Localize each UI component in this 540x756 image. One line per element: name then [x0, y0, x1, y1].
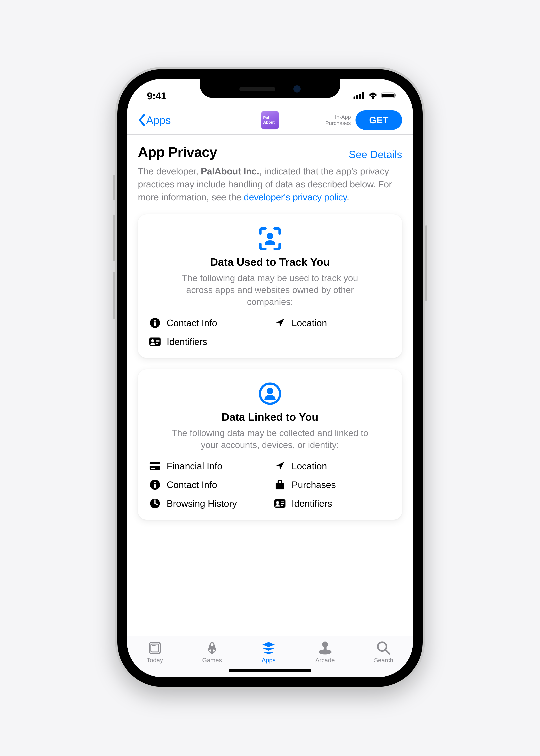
- status-time: 9:41: [147, 90, 166, 102]
- nav-bar: Apps Pal About In-App Purchases GET: [127, 106, 413, 135]
- svg-rect-27: [281, 501, 284, 502]
- svg-point-9: [154, 320, 156, 322]
- svg-rect-3: [362, 92, 364, 99]
- data-type-label: Browsing History: [167, 498, 237, 509]
- svg-rect-14: [156, 341, 160, 342]
- svg-point-22: [154, 482, 156, 483]
- notch: [200, 79, 340, 98]
- data-type-label: Contact Info: [167, 479, 217, 490]
- developer-name: PalAbout Inc.: [201, 166, 259, 177]
- data-type-label: Purchases: [292, 479, 336, 490]
- apps-icon: [261, 641, 276, 655]
- data-type-label: Identifiers: [292, 498, 332, 509]
- svg-rect-32: [152, 645, 156, 646]
- svg-rect-19: [150, 464, 160, 466]
- data-type-item: Financial Info: [149, 461, 266, 471]
- device-frame: 9:41: [115, 67, 425, 689]
- tab-label: Games: [202, 657, 222, 664]
- data-type-item: Contact Info: [149, 479, 266, 490]
- content-scroll[interactable]: App Privacy See Details The developer, P…: [127, 135, 413, 636]
- tab-label: Search: [374, 657, 393, 664]
- tab-today[interactable]: Today: [147, 640, 163, 664]
- svg-rect-15: [156, 343, 158, 344]
- location-icon: [274, 461, 286, 471]
- svg-point-34: [213, 649, 215, 652]
- privacy-policy-link[interactable]: developer's privacy policy: [244, 192, 346, 202]
- identifiers-icon: [274, 499, 286, 508]
- location-icon: [274, 317, 286, 328]
- tab-games[interactable]: Games: [202, 640, 222, 664]
- svg-rect-23: [154, 484, 156, 488]
- intro-text: The developer, PalAbout Inc., indicated …: [138, 165, 402, 203]
- linked-icon: [149, 382, 391, 405]
- svg-rect-28: [281, 503, 284, 504]
- svg-rect-10: [154, 322, 156, 326]
- svg-rect-0: [353, 96, 355, 99]
- tab-label: Today: [147, 657, 163, 664]
- tab-apps[interactable]: Apps: [261, 640, 276, 664]
- today-icon: [148, 641, 162, 655]
- side-button: [113, 272, 115, 319]
- svg-rect-1: [356, 95, 358, 99]
- svg-point-17: [267, 388, 273, 394]
- search-icon: [376, 641, 391, 655]
- data-type-item: Purchases: [274, 479, 391, 490]
- nav-app-icon[interactable]: Pal About: [261, 111, 279, 129]
- back-button[interactable]: Apps: [138, 114, 171, 126]
- battery-icon: [381, 92, 397, 100]
- side-button: [425, 225, 427, 301]
- back-label: Apps: [146, 114, 171, 126]
- contact-icon: [149, 317, 161, 328]
- contact-icon: [149, 479, 161, 490]
- card-title: Data Linked to You: [149, 411, 391, 423]
- data-type-item: Contact Info: [149, 317, 266, 328]
- data-type-item: Identifiers: [149, 336, 266, 347]
- card-description: The following data may be used to track …: [171, 272, 369, 308]
- data-type-item: Identifiers: [274, 498, 391, 509]
- purchases-icon: [274, 480, 286, 490]
- wifi-icon: [368, 92, 378, 100]
- data-type-item: Location: [274, 317, 391, 328]
- svg-rect-2: [359, 94, 361, 99]
- get-button[interactable]: GET: [355, 110, 402, 130]
- svg-rect-5: [382, 94, 394, 97]
- data-type-label: Identifiers: [167, 336, 207, 347]
- svg-line-40: [385, 650, 389, 654]
- data-type-label: Financial Info: [167, 461, 222, 471]
- track-icon: [149, 227, 391, 250]
- cellular-icon: [353, 92, 365, 100]
- in-app-purchases-label: In-App Purchases: [325, 114, 351, 126]
- svg-rect-6: [395, 94, 396, 96]
- data-type-item: Browsing History: [149, 498, 266, 509]
- svg-point-7: [267, 233, 273, 239]
- side-button: [113, 214, 115, 261]
- svg-point-38: [322, 642, 328, 647]
- browsing-icon: [149, 498, 161, 509]
- svg-point-26: [276, 501, 279, 504]
- data-type-label: Location: [292, 461, 327, 471]
- arcade-icon: [318, 641, 333, 655]
- data-type-label: Contact Info: [167, 317, 217, 328]
- page-title: App Privacy: [138, 144, 217, 160]
- svg-point-12: [151, 339, 154, 342]
- identifiers-icon: [149, 337, 161, 346]
- see-details-link[interactable]: See Details: [349, 148, 402, 160]
- card-description: The following data may be collected and …: [171, 427, 369, 451]
- svg-point-35: [210, 643, 213, 646]
- games-icon: [204, 641, 219, 655]
- tab-label: Arcade: [315, 657, 335, 664]
- privacy-card: Data Used to Track You The following dat…: [138, 214, 402, 358]
- svg-point-33: [209, 649, 211, 652]
- svg-rect-13: [156, 340, 160, 340]
- tab-label: Apps: [262, 657, 276, 664]
- financial-icon: [149, 462, 161, 470]
- home-indicator[interactable]: [228, 669, 312, 672]
- tab-arcade[interactable]: Arcade: [315, 640, 335, 664]
- privacy-card: Data Linked to You The following data ma…: [138, 369, 402, 520]
- data-type-label: Location: [292, 317, 327, 328]
- tab-search[interactable]: Search: [374, 640, 393, 664]
- svg-rect-20: [151, 468, 155, 469]
- svg-rect-29: [281, 505, 283, 506]
- card-title: Data Used to Track You: [149, 256, 391, 268]
- side-button: [113, 175, 115, 200]
